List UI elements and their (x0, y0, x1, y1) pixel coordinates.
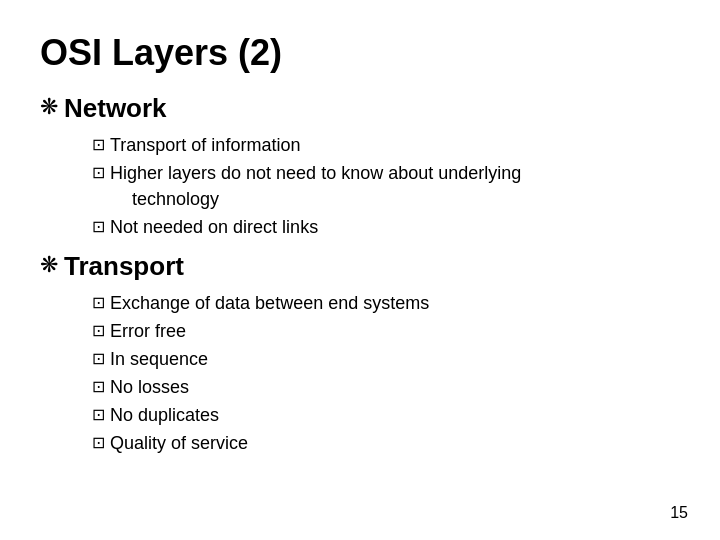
network-label: Network (64, 92, 167, 126)
sub-bullet: ⊡ (92, 405, 105, 424)
sub-bullet: ⊡ (92, 321, 105, 340)
list-item: ⊡ Not needed on direct links (92, 214, 680, 240)
section-transport: ❋ Transport (40, 250, 680, 284)
transport-label: Transport (64, 250, 184, 284)
sub-item-text: No duplicates (110, 402, 219, 428)
sub-item-text: Not needed on direct links (110, 214, 318, 240)
sub-bullet: ⊡ (92, 217, 105, 236)
sub-bullet: ⊡ (92, 293, 105, 312)
transport-sub-list: ⊡ Exchange of data between end systems ⊡… (92, 290, 680, 457)
list-item: ⊡ In sequence (92, 346, 680, 372)
sub-bullet: ⊡ (92, 349, 105, 368)
network-sub-list: ⊡ Transport of information ⊡ Higher laye… (92, 132, 680, 240)
sub-item-text: No losses (110, 374, 189, 400)
list-item: ⊡ Quality of service (92, 430, 680, 456)
sub-item-text: Transport of information (110, 132, 300, 158)
slide: OSI Layers (2) ❋ Network ⊡ Transport of … (0, 0, 720, 540)
transport-bullet: ❋ (40, 252, 58, 278)
section-network: ❋ Network (40, 92, 680, 126)
slide-title: OSI Layers (2) (40, 32, 680, 74)
sub-item-text: Exchange of data between end systems (110, 290, 429, 316)
list-item: ⊡ Transport of information (92, 132, 680, 158)
list-item: ⊡ Higher layers do not need to know abou… (92, 160, 680, 212)
sub-item-text: In sequence (110, 346, 208, 372)
sub-bullet: ⊡ (92, 135, 105, 154)
network-bullet: ❋ (40, 94, 58, 120)
sub-item-text: Higher layers do not need to know about … (110, 160, 521, 212)
sub-bullet: ⊡ (92, 377, 105, 396)
sub-bullet: ⊡ (92, 433, 105, 452)
list-item: ⊡ Error free (92, 318, 680, 344)
list-item: ⊡ No losses (92, 374, 680, 400)
list-item: ⊡ No duplicates (92, 402, 680, 428)
sub-bullet: ⊡ (92, 163, 105, 182)
sub-item-text: Error free (110, 318, 186, 344)
sub-item-text: Quality of service (110, 430, 248, 456)
page-number: 15 (670, 504, 688, 522)
list-item: ⊡ Exchange of data between end systems (92, 290, 680, 316)
